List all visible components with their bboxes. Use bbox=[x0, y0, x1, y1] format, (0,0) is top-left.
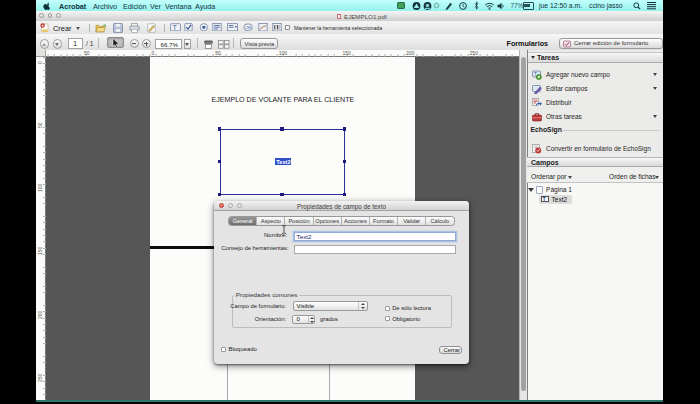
svg-text:OK: OK bbox=[245, 25, 251, 30]
svg-text:T: T bbox=[173, 23, 177, 30]
